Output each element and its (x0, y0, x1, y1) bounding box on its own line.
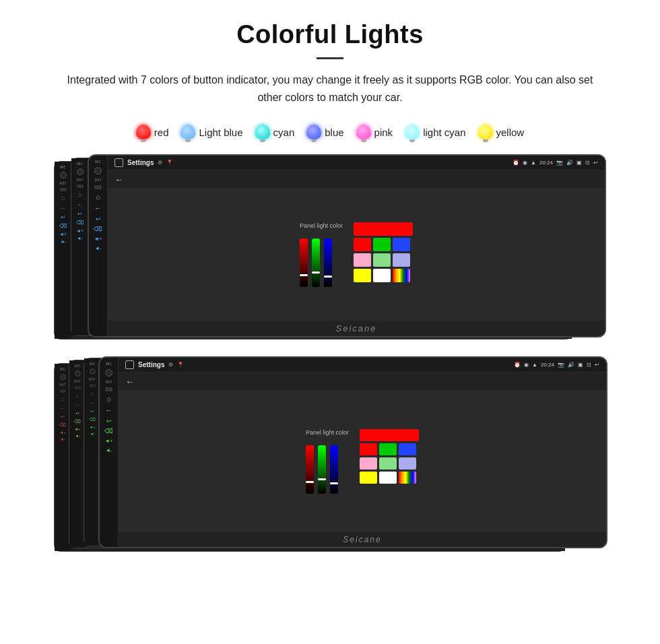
page-header: Colorful Lights Integrated with 7 colors… (0, 0, 660, 139)
color-indicators: red Light blue cyan blue pink light cyan… (0, 125, 660, 139)
color-label-cyan: cyan (273, 127, 295, 138)
bulb-lightblue-icon (180, 125, 195, 139)
bot-slider-green[interactable] (318, 445, 326, 494)
alarm-icon: ⏰ (513, 160, 519, 166)
bot-cell-green[interactable] (379, 443, 397, 455)
bot-wifi-icon: ▲ (532, 362, 537, 368)
bulb-blue-icon (306, 125, 321, 139)
color-cell-yellow[interactable] (354, 269, 371, 282)
top-device-group: MIC RST ⌂ ← ↩ ⌫ ◄+ ◄- MIC RST ⌂ ← (54, 154, 606, 350)
home-square-icon (114, 158, 123, 167)
top-android-bar: Settings ⚙ 📍 ⏰ ◉ ▲ 20:24 📷 🔊 ▣ ⊡ ↩ (108, 156, 605, 170)
bot-screen-title: Settings (138, 361, 164, 368)
color-label-blue: blue (325, 127, 343, 138)
bot-cell-lavender[interactable] (399, 457, 416, 470)
bulb-pink-icon (356, 125, 371, 139)
wifi-icon: ▲ (531, 160, 536, 166)
bot-slider-blue[interactable] (330, 445, 338, 494)
color-lightcyan: light cyan (405, 125, 465, 139)
bot-home-icon (125, 360, 134, 369)
color-cell-rainbow[interactable] (393, 269, 410, 282)
color-label-red: red (154, 127, 169, 138)
page-title: Colorful Lights (0, 20, 660, 49)
color-yellow: yellow (478, 125, 525, 139)
top-card-front: MIC RST ⌂ ← ↩ ⌫ ◄+ ◄- Settings ⚙ (88, 154, 606, 337)
color-full-red[interactable] (354, 222, 413, 236)
color-blue: blue (306, 125, 343, 139)
bot-back-arrow-row: ← (119, 373, 606, 390)
location-icon: ◉ (523, 160, 527, 166)
top-watermark: Seicane (108, 321, 605, 336)
color-label-lightblue: Light blue (199, 127, 242, 138)
panel-light-label: Panel light color (300, 222, 343, 229)
bot-slider-red[interactable] (306, 445, 314, 494)
bottom-device-group: MIC RST ⌂ ← ↩ ⌫ ◄+ ◄- MIC RST ⌂ ← (54, 356, 606, 565)
back-arrow-row: ← (108, 170, 605, 188)
color-label-yellow: yellow (496, 127, 525, 138)
slider-red[interactable] (300, 238, 308, 287)
bot-vol-icon: 🔊 (568, 362, 574, 368)
bot-panel-label: Panel light color (306, 429, 349, 436)
color-label-lightcyan: light cyan (423, 127, 465, 138)
color-pink: pink (356, 125, 393, 139)
color-cell-green[interactable] (373, 238, 391, 251)
color-lightblue: Light blue (180, 125, 242, 139)
bot-cell-lime[interactable] (379, 457, 397, 470)
bot-cell-blue[interactable] (399, 443, 416, 455)
color-cell-lavender[interactable] (393, 253, 410, 267)
bot-loc-icon: ◉ (524, 362, 529, 368)
color-grid (354, 222, 413, 282)
color-cell-red[interactable] (354, 238, 371, 251)
bot-cell-rainbow[interactable] (399, 472, 416, 484)
settings-gear-icon: ⚙ (158, 160, 162, 166)
screen-title: Settings (127, 159, 154, 166)
bot-time: 20:24 (541, 362, 554, 368)
color-cyan: cyan (255, 125, 295, 139)
bot-menu-icon: ▣ (578, 362, 583, 368)
bot-watermark: Seicane (119, 532, 606, 547)
slider-green[interactable] (312, 238, 320, 287)
settings-pin-icon: 📍 (166, 160, 173, 166)
bulb-cyan-icon (255, 125, 270, 139)
bot-cell-white[interactable] (379, 472, 397, 484)
bot-camera-icon: 📷 (558, 362, 564, 368)
bot-resize-icon: ⊡ (587, 362, 591, 368)
menu-icon: ▣ (576, 160, 582, 166)
bulb-yellow-icon (478, 125, 493, 139)
bot-cell-pink[interactable] (360, 457, 377, 470)
color-cell-blue[interactable] (393, 238, 410, 251)
back-nav-icon: ↩ (593, 160, 598, 166)
color-cell-lime[interactable] (373, 253, 391, 267)
bulb-lightcyan-icon (405, 125, 420, 139)
bulb-red-icon (136, 125, 151, 139)
bot-color-full-red[interactable] (360, 429, 419, 441)
bot-alarm-icon: ⏰ (514, 362, 521, 368)
bot-screen-body: Panel light color (119, 390, 606, 532)
bot-back-icon: ↩ (595, 362, 599, 368)
bot-pin-icon: 📍 (177, 362, 184, 368)
bot-cell-red[interactable] (360, 443, 377, 455)
time-display: 20:24 (539, 160, 553, 166)
bot-gear-icon: ⚙ (168, 362, 173, 368)
screen-body: Panel light color (108, 188, 605, 321)
color-cell-white[interactable] (373, 269, 391, 282)
bot-android-bar: Settings ⚙ 📍 ⏰ ◉ ▲ 20:24 📷 🔊 ▣ ⊡ ↩ (119, 358, 606, 373)
bot-card-front: MIC RST ⌂ ← ↩ ⌫ ◄+ ◄- Settings ⚙ (98, 356, 607, 548)
bot-cell-yellow[interactable] (360, 472, 377, 484)
slider-blue[interactable] (324, 238, 332, 287)
resize-icon: ⊡ (585, 160, 590, 166)
description-text: Integrated with 7 colors of button indic… (54, 71, 606, 106)
volume-icon: 🔊 (566, 160, 573, 166)
color-label-pink: pink (374, 127, 393, 138)
camera-icon: 📷 (556, 160, 563, 166)
bot-color-grid (360, 429, 419, 484)
color-red: red (136, 125, 169, 139)
color-cell-pink[interactable] (354, 253, 371, 267)
title-divider (317, 57, 343, 59)
